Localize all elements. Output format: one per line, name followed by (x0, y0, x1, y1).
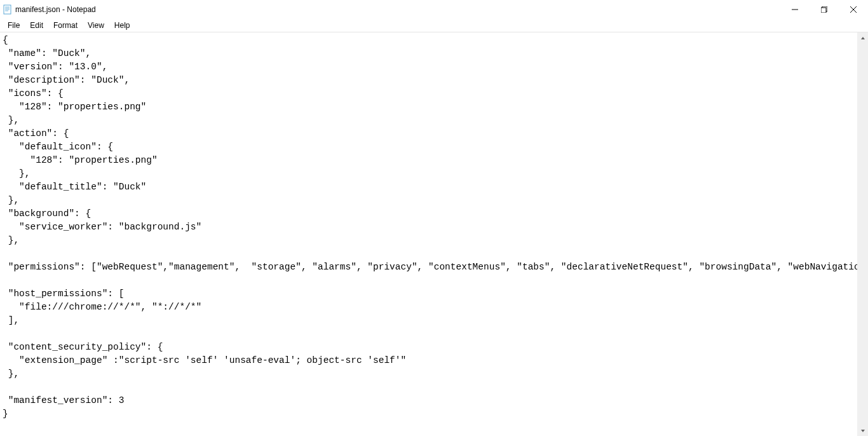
titlebar: manifest.json - Notepad (0, 0, 868, 19)
menu-edit[interactable]: Edit (25, 20, 48, 31)
menubar: File Edit Format View Help (0, 19, 868, 32)
minimize-button[interactable] (780, 0, 810, 19)
scroll-track[interactable] (857, 43, 868, 425)
close-button[interactable] (839, 0, 868, 19)
vertical-scrollbar[interactable] (857, 32, 868, 436)
scroll-up-arrow[interactable] (857, 32, 868, 43)
window-controls (780, 0, 868, 19)
svg-marker-10 (861, 430, 865, 432)
window-title: manifest.json - Notepad (15, 5, 96, 14)
menu-help[interactable]: Help (109, 20, 135, 31)
menu-format[interactable]: Format (48, 20, 83, 31)
text-editor[interactable]: { "name": "Duck", "version": "13.0", "de… (0, 32, 857, 436)
notepad-icon (3, 4, 13, 15)
content-wrapper: { "name": "Duck", "version": "13.0", "de… (0, 32, 868, 436)
menu-file[interactable]: File (3, 20, 25, 31)
svg-rect-6 (821, 8, 826, 13)
maximize-button[interactable] (810, 0, 839, 19)
menu-view[interactable]: View (83, 20, 109, 31)
scroll-down-arrow[interactable] (857, 425, 868, 436)
titlebar-left: manifest.json - Notepad (0, 4, 96, 15)
svg-marker-9 (861, 37, 865, 39)
